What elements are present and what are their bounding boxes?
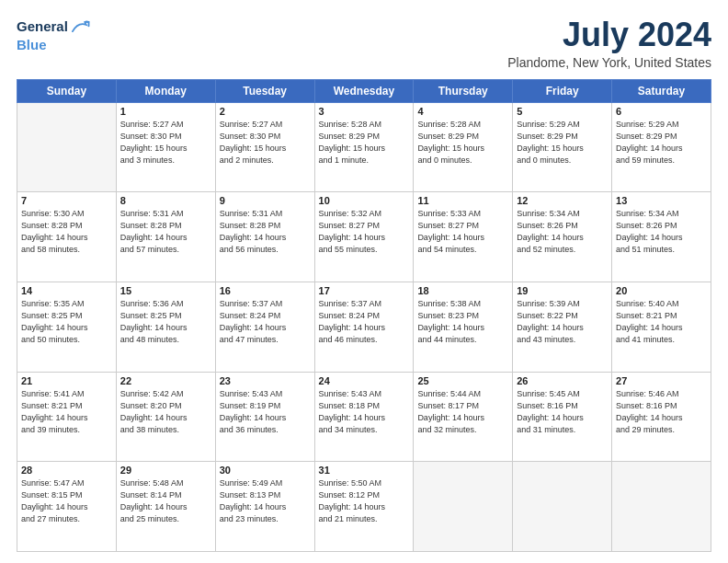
week-row-1: 1Sunrise: 5:27 AMSunset: 8:30 PMDaylight… xyxy=(17,102,711,192)
calendar-cell: 29Sunrise: 5:48 AMSunset: 8:14 PMDayligh… xyxy=(116,462,215,552)
day-info: Sunrise: 5:31 AMSunset: 8:28 PMDaylight:… xyxy=(220,208,311,256)
day-info: Sunrise: 5:27 AMSunset: 8:30 PMDaylight:… xyxy=(120,119,211,167)
day-info: Sunrise: 5:45 AMSunset: 8:16 PMDaylight:… xyxy=(517,388,608,436)
day-number: 27 xyxy=(616,375,707,386)
calendar-cell: 14Sunrise: 5:35 AMSunset: 8:25 PMDayligh… xyxy=(17,282,117,372)
calendar-cell: 22Sunrise: 5:42 AMSunset: 8:20 PMDayligh… xyxy=(116,372,215,462)
calendar-cell: 3Sunrise: 5:28 AMSunset: 8:29 PMDaylight… xyxy=(314,102,414,192)
day-info: Sunrise: 5:47 AMSunset: 8:15 PMDaylight:… xyxy=(21,477,112,525)
day-info: Sunrise: 5:36 AMSunset: 8:25 PMDaylight:… xyxy=(120,298,211,346)
day-number: 7 xyxy=(21,195,112,206)
calendar-cell: 20Sunrise: 5:40 AMSunset: 8:21 PMDayligh… xyxy=(612,282,711,372)
day-info: Sunrise: 5:31 AMSunset: 8:28 PMDaylight:… xyxy=(120,208,211,256)
day-info: Sunrise: 5:29 AMSunset: 8:29 PMDaylight:… xyxy=(517,119,608,167)
calendar-cell: 15Sunrise: 5:36 AMSunset: 8:25 PMDayligh… xyxy=(116,282,215,372)
calendar-cell: 24Sunrise: 5:43 AMSunset: 8:18 PMDayligh… xyxy=(314,372,414,462)
day-info: Sunrise: 5:40 AMSunset: 8:21 PMDaylight:… xyxy=(616,298,707,346)
day-number: 15 xyxy=(120,285,211,296)
calendar-cell xyxy=(513,462,612,552)
day-number: 31 xyxy=(319,465,410,476)
day-info: Sunrise: 5:41 AMSunset: 8:21 PMDaylight:… xyxy=(21,388,112,436)
calendar-cell: 23Sunrise: 5:43 AMSunset: 8:19 PMDayligh… xyxy=(215,372,314,462)
calendar-cell: 21Sunrise: 5:41 AMSunset: 8:21 PMDayligh… xyxy=(17,372,117,462)
day-info: Sunrise: 5:48 AMSunset: 8:14 PMDaylight:… xyxy=(120,477,211,525)
day-number: 5 xyxy=(517,106,608,117)
day-number: 29 xyxy=(120,465,211,476)
day-info: Sunrise: 5:34 AMSunset: 8:26 PMDaylight:… xyxy=(616,208,707,256)
calendar-header-row: SundayMondayTuesdayWednesdayThursdayFrid… xyxy=(17,79,711,102)
day-info: Sunrise: 5:44 AMSunset: 8:17 PMDaylight:… xyxy=(417,388,508,436)
day-info: Sunrise: 5:28 AMSunset: 8:29 PMDaylight:… xyxy=(417,119,508,167)
day-number: 11 xyxy=(417,195,508,206)
day-info: Sunrise: 5:32 AMSunset: 8:27 PMDaylight:… xyxy=(319,208,410,256)
day-info: Sunrise: 5:30 AMSunset: 8:28 PMDaylight:… xyxy=(21,208,112,256)
logo: General Blue xyxy=(17,17,90,53)
day-number: 19 xyxy=(517,285,608,296)
day-number: 10 xyxy=(319,195,410,206)
day-info: Sunrise: 5:43 AMSunset: 8:19 PMDaylight:… xyxy=(220,388,311,436)
day-header-saturday: Saturday xyxy=(612,79,711,102)
day-number: 21 xyxy=(21,375,112,386)
title-block: July 2024 Plandome, New York, United Sta… xyxy=(507,17,711,70)
calendar-cell xyxy=(414,462,513,552)
calendar-cell xyxy=(612,462,711,552)
calendar-cell xyxy=(17,102,117,192)
week-row-2: 7Sunrise: 5:30 AMSunset: 8:28 PMDaylight… xyxy=(17,192,711,282)
day-header-tuesday: Tuesday xyxy=(215,79,314,102)
page: General Blue July 2024 Plandome, New Yor… xyxy=(0,0,728,563)
day-number: 3 xyxy=(319,106,410,117)
calendar-cell: 9Sunrise: 5:31 AMSunset: 8:28 PMDaylight… xyxy=(215,192,314,282)
calendar-cell: 31Sunrise: 5:50 AMSunset: 8:12 PMDayligh… xyxy=(314,462,414,552)
day-info: Sunrise: 5:42 AMSunset: 8:20 PMDaylight:… xyxy=(120,388,211,436)
calendar-cell: 27Sunrise: 5:46 AMSunset: 8:16 PMDayligh… xyxy=(612,372,711,462)
calendar-cell: 12Sunrise: 5:34 AMSunset: 8:26 PMDayligh… xyxy=(513,192,612,282)
calendar-cell: 4Sunrise: 5:28 AMSunset: 8:29 PMDaylight… xyxy=(414,102,513,192)
day-info: Sunrise: 5:50 AMSunset: 8:12 PMDaylight:… xyxy=(319,477,410,525)
header: General Blue July 2024 Plandome, New Yor… xyxy=(17,17,711,70)
day-info: Sunrise: 5:29 AMSunset: 8:29 PMDaylight:… xyxy=(616,119,707,167)
day-number: 24 xyxy=(319,375,410,386)
calendar-cell: 19Sunrise: 5:39 AMSunset: 8:22 PMDayligh… xyxy=(513,282,612,372)
day-info: Sunrise: 5:39 AMSunset: 8:22 PMDaylight:… xyxy=(517,298,608,346)
day-number: 8 xyxy=(120,195,211,206)
logo-text2: Blue xyxy=(17,37,47,53)
calendar-cell: 28Sunrise: 5:47 AMSunset: 8:15 PMDayligh… xyxy=(17,462,117,552)
main-title: July 2024 xyxy=(507,17,711,53)
day-info: Sunrise: 5:43 AMSunset: 8:18 PMDaylight:… xyxy=(319,388,410,436)
day-header-wednesday: Wednesday xyxy=(314,79,414,102)
day-info: Sunrise: 5:28 AMSunset: 8:29 PMDaylight:… xyxy=(319,119,410,167)
day-number: 22 xyxy=(120,375,211,386)
calendar-cell: 5Sunrise: 5:29 AMSunset: 8:29 PMDaylight… xyxy=(513,102,612,192)
day-number: 26 xyxy=(517,375,608,386)
day-info: Sunrise: 5:33 AMSunset: 8:27 PMDaylight:… xyxy=(417,208,508,256)
calendar-cell: 26Sunrise: 5:45 AMSunset: 8:16 PMDayligh… xyxy=(513,372,612,462)
calendar-cell: 13Sunrise: 5:34 AMSunset: 8:26 PMDayligh… xyxy=(612,192,711,282)
day-number: 16 xyxy=(220,285,311,296)
day-number: 1 xyxy=(120,106,211,117)
calendar-cell: 25Sunrise: 5:44 AMSunset: 8:17 PMDayligh… xyxy=(414,372,513,462)
calendar-cell: 16Sunrise: 5:37 AMSunset: 8:24 PMDayligh… xyxy=(215,282,314,372)
week-row-5: 28Sunrise: 5:47 AMSunset: 8:15 PMDayligh… xyxy=(17,462,711,552)
day-number: 13 xyxy=(616,195,707,206)
day-header-friday: Friday xyxy=(513,79,612,102)
day-info: Sunrise: 5:27 AMSunset: 8:30 PMDaylight:… xyxy=(220,119,311,167)
day-info: Sunrise: 5:37 AMSunset: 8:24 PMDaylight:… xyxy=(220,298,311,346)
calendar-cell: 2Sunrise: 5:27 AMSunset: 8:30 PMDaylight… xyxy=(215,102,314,192)
day-number: 14 xyxy=(21,285,112,296)
day-number: 23 xyxy=(220,375,311,386)
day-info: Sunrise: 5:35 AMSunset: 8:25 PMDaylight:… xyxy=(21,298,112,346)
subtitle: Plandome, New York, United States xyxy=(507,55,711,70)
logo-text: General xyxy=(17,18,68,35)
day-number: 17 xyxy=(319,285,410,296)
day-number: 20 xyxy=(616,285,707,296)
calendar-cell: 8Sunrise: 5:31 AMSunset: 8:28 PMDaylight… xyxy=(116,192,215,282)
calendar-cell: 11Sunrise: 5:33 AMSunset: 8:27 PMDayligh… xyxy=(414,192,513,282)
day-number: 25 xyxy=(417,375,508,386)
calendar-cell: 7Sunrise: 5:30 AMSunset: 8:28 PMDaylight… xyxy=(17,192,117,282)
day-header-sunday: Sunday xyxy=(17,79,117,102)
calendar-cell: 1Sunrise: 5:27 AMSunset: 8:30 PMDaylight… xyxy=(116,102,215,192)
day-info: Sunrise: 5:34 AMSunset: 8:26 PMDaylight:… xyxy=(517,208,608,256)
calendar-cell: 17Sunrise: 5:37 AMSunset: 8:24 PMDayligh… xyxy=(314,282,414,372)
calendar-cell: 10Sunrise: 5:32 AMSunset: 8:27 PMDayligh… xyxy=(314,192,414,282)
day-info: Sunrise: 5:37 AMSunset: 8:24 PMDaylight:… xyxy=(319,298,410,346)
